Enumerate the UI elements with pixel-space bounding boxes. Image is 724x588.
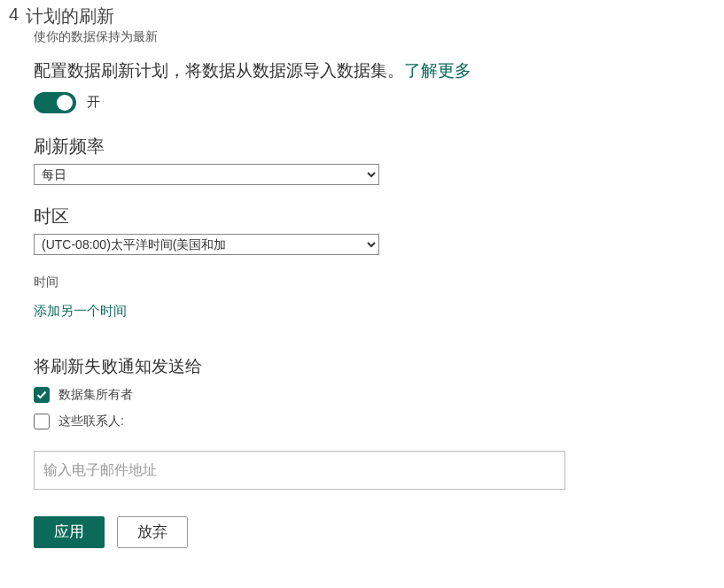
frequency-select[interactable]: 每日 xyxy=(34,164,379,185)
description-text: 配置数据刷新计划，将数据从数据源导入数据集。 xyxy=(34,61,404,80)
apply-button[interactable]: 应用 xyxy=(34,516,105,548)
add-time-link[interactable]: 添加另一个时间 xyxy=(34,303,127,320)
description-row: 配置数据刷新计划，将数据从数据源导入数据集。了解更多 xyxy=(34,59,715,83)
check-icon xyxy=(36,390,47,400)
contacts-checkbox-label: 这些联系人: xyxy=(58,414,124,429)
discard-button[interactable]: 放弃 xyxy=(117,516,188,548)
time-label: 时间 xyxy=(34,275,715,290)
owner-checkbox[interactable] xyxy=(34,387,50,403)
section-title: 计划的刷新 xyxy=(26,4,114,28)
toggle-label: 开 xyxy=(87,94,100,111)
contacts-checkbox[interactable] xyxy=(34,414,50,429)
timezone-select[interactable]: (UTC-08:00)太平洋时间(美国和加 xyxy=(34,234,379,255)
owner-checkbox-label: 数据集所有者 xyxy=(58,387,133,403)
notify-label: 将刷新失败通知发送给 xyxy=(34,355,715,378)
item-number: 4 xyxy=(9,4,19,25)
refresh-toggle[interactable] xyxy=(34,92,76,113)
timezone-label: 时区 xyxy=(34,205,715,228)
frequency-label: 刷新频率 xyxy=(34,135,715,159)
email-input[interactable] xyxy=(34,451,565,490)
section-subtitle: 使你的数据保持为最新 xyxy=(34,29,715,45)
learn-more-link[interactable]: 了解更多 xyxy=(404,61,471,80)
